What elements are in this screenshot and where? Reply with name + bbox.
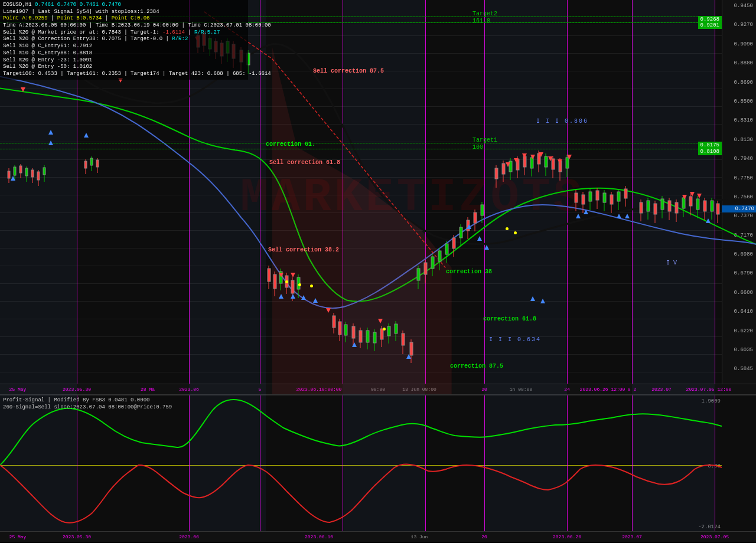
arrow-down-11: [530, 155, 535, 159]
arrow-down-1: [21, 87, 25, 92]
svg-rect-68: [387, 326, 390, 336]
arrow-down-14: [558, 159, 562, 164]
yellow-dot-1: [285, 280, 288, 283]
arrow-down-5: [291, 273, 295, 277]
arrow-up-6: [291, 294, 295, 299]
arrow-down-6: [326, 308, 331, 313]
svg-rect-78: [424, 263, 427, 274]
correction-61-8-label: correction 61.8: [483, 316, 536, 322]
svg-rect-92: [474, 212, 477, 223]
arrow-down-18: [697, 194, 702, 198]
svg-rect-156: [716, 204, 719, 214]
arrow-up-4: [84, 133, 89, 138]
price-box-green-4: 0.8108: [698, 148, 722, 155]
arrow-up-1: [11, 176, 15, 181]
info-line-10: Sell %20 @ Entry -50: 1.0102: [3, 64, 245, 71]
info-line-3: Point A:0.9259 | Point B:0.5734 | Point …: [3, 15, 245, 22]
signal-260-label: 260-Signal=Sell since:2023.07.04 08:00:0…: [3, 404, 172, 410]
sell-61-8-label: Sell correction 61.8: [269, 159, 340, 166]
svg-rect-118: [575, 193, 578, 202]
arrow-up-14: [530, 296, 535, 301]
yellow-dot-4: [383, 328, 386, 331]
yellow-dot-6: [514, 231, 517, 234]
svg-rect-130: [617, 192, 620, 201]
correction-61-label: correction 61.: [266, 141, 315, 148]
ind-time-5: 13 Jun: [411, 534, 428, 539]
svg-rect-86: [452, 238, 455, 248]
svg-rect-110: [545, 156, 548, 167]
arrow-up-2: [48, 140, 53, 145]
sell-87-5-label: Sell correction 87.5: [313, 68, 384, 74]
svg-rect-62: [366, 331, 369, 342]
info-line-5: Sell %20 @ Market price or at: 0.7843 | …: [3, 30, 245, 37]
arrow-down-8: [506, 162, 510, 167]
svg-rect-42: [273, 274, 276, 289]
arrow-up-17: [584, 210, 588, 214]
svg-rect-96: [495, 168, 498, 179]
svg-rect-122: [589, 192, 592, 201]
ind-time-3: 2023.06: [179, 534, 199, 539]
arrow-down-16: [682, 195, 687, 199]
svg-rect-64: [373, 332, 376, 343]
arrow-up-12: [477, 236, 482, 241]
svg-rect-88: [460, 227, 462, 238]
ind-time-9: 2023.07.05: [700, 534, 729, 539]
main-chart: MARKETIZOTS: [0, 0, 756, 395]
info-line-9: Sell %20 @ Entry -23: 1.0091: [3, 57, 245, 64]
svg-rect-76: [417, 269, 420, 280]
svg-rect-4: [14, 167, 16, 175]
arrow-up-8: [313, 298, 318, 303]
svg-rect-120: [582, 195, 585, 204]
info-line-4: Time A:2023.06.05 00:00:00 | Time B:2023…: [3, 22, 245, 30]
svg-rect-136: [647, 201, 650, 211]
svg-rect-70: [395, 324, 397, 333]
svg-rect-14: [43, 168, 45, 175]
arrow-up-5: [279, 294, 284, 299]
ind-time-8: 2023.07: [622, 534, 642, 539]
arrow-up-11: [467, 224, 471, 229]
info-line-6: Sell %20 @ Correction Entry38: 0.7075 | …: [3, 36, 245, 43]
ind-time-2: 2023.05.30: [63, 534, 91, 539]
svg-rect-150: [696, 199, 699, 210]
svg-rect-144: [675, 202, 678, 213]
sell-38-2-label: Sell correction 38.2: [268, 247, 339, 253]
svg-rect-40: [268, 269, 271, 282]
price-box-green-2: 0.9201: [698, 22, 722, 29]
arrow-up-9: [352, 342, 357, 347]
svg-rect-54: [338, 322, 341, 335]
target1-val-label: 100: [472, 144, 483, 151]
svg-rect-18: [90, 158, 93, 165]
arrow-up-3: [48, 130, 53, 135]
svg-rect-126: [603, 193, 606, 202]
arrow-down-12: [539, 152, 543, 157]
svg-rect-72: [402, 333, 405, 345]
svg-rect-58: [352, 326, 355, 338]
arrow-up-16: [576, 214, 581, 218]
svg-rect-82: [438, 251, 441, 261]
svg-rect-154: [711, 201, 713, 211]
yellow-dot-2: [298, 283, 301, 286]
info-line-1: EOSUSD,H1 0.7461 0.7470 0.7461 0.7470: [3, 2, 245, 9]
chart-container: MARKETIZOTS: [0, 0, 756, 543]
svg-rect-2: [8, 171, 10, 178]
target2-val-label: 161.8: [472, 18, 490, 24]
target2-label: Target2: [472, 11, 497, 17]
svg-rect-16: [84, 161, 87, 168]
svg-rect-66: [380, 329, 383, 339]
info-line-11: Target100: 0.4533 | Target161: 0.2353 | …: [3, 71, 245, 78]
ind-time-1: 25 May: [9, 534, 27, 539]
svg-rect-60: [359, 331, 362, 342]
arrow-up-18: [617, 214, 621, 218]
info-line-2: Line1907 | Last Signal 5y54| with stoplo…: [3, 9, 245, 16]
indicator-svg: [0, 395, 722, 531]
correction-38-label: correction 38: [446, 269, 492, 275]
svg-rect-84: [445, 244, 448, 254]
svg-rect-142: [668, 201, 671, 211]
svg-rect-132: [624, 189, 627, 198]
arrow-down-17: [690, 192, 695, 197]
arrow-down-7: [378, 319, 383, 323]
iii-634-label: I I I 0.634: [489, 336, 541, 343]
svg-rect-48: [291, 280, 294, 293]
time-axis-indicator: 25 May 2023.05.30 2023.06 2023.06.10 13 …: [0, 531, 756, 542]
svg-rect-98: [502, 163, 505, 174]
